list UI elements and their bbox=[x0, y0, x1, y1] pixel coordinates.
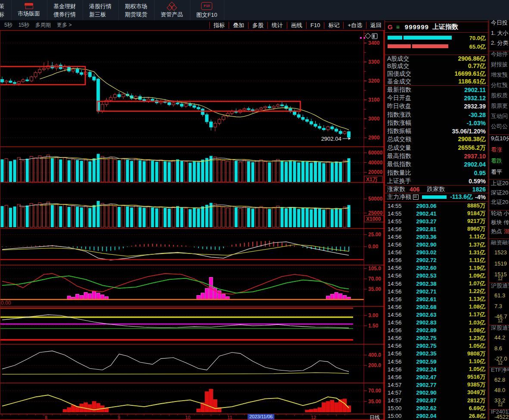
toolbar-menu-0[interactable]: 决策指标 bbox=[0, 0, 12, 20]
toolbar-menu-4[interactable]: 期权市场期货现货 bbox=[119, 0, 155, 20]
sidebar-item[interactable]: 上证20 bbox=[491, 179, 508, 187]
svg-text:200.0: 200.0 bbox=[368, 362, 381, 368]
sidebar-item[interactable]: 轮动 小 bbox=[491, 210, 509, 217]
toolbar-menu-label: 期权市场 bbox=[125, 2, 147, 10]
tick-row: 14:552903.279217万 bbox=[385, 217, 488, 225]
period-button-3[interactable]: 更多 > bbox=[57, 22, 71, 29]
sidebar-item[interactable]: 看跌 bbox=[491, 157, 502, 165]
sidebar-item[interactable]: 12 bbox=[498, 276, 503, 281]
sidebar-item[interactable]: 1519 bbox=[494, 260, 507, 267]
sidebar-item[interactable]: 61.3 bbox=[494, 292, 505, 299]
chart-action-6[interactable]: 标记 bbox=[324, 22, 343, 29]
sidebar-item[interactable]: 看涨 bbox=[491, 146, 502, 154]
chart-action-1[interactable]: 叠加 bbox=[229, 22, 248, 29]
toolbar-menu-label: 决策 bbox=[0, 2, 4, 10]
down-count: 1826 bbox=[472, 186, 486, 193]
sidebar-item[interactable]: 股票更 bbox=[491, 102, 508, 110]
tick-row: 14:552902.419184万 bbox=[385, 210, 488, 217]
sidebar-item[interactable]: 48.0 bbox=[494, 387, 505, 393]
sidebar-item[interactable]: 增发预 bbox=[491, 71, 508, 79]
toolbar-menu-3[interactable]: 港股行情新三板 bbox=[83, 0, 119, 20]
sidebar-item[interactable]: 1. 大小 bbox=[491, 29, 508, 37]
sidebar-item[interactable]: 9点10分 bbox=[491, 135, 509, 142]
chart-action-8[interactable]: 返回 bbox=[366, 22, 385, 29]
svg-text:50000: 50000 bbox=[368, 196, 383, 202]
sidebar-item[interactable]: 7.3 bbox=[494, 303, 502, 309]
sidebar-item[interactable]: 融资融券 bbox=[491, 239, 509, 247]
chart-action-4[interactable]: 画线 bbox=[287, 22, 306, 29]
sidebar-item[interactable]: 12 bbox=[498, 402, 503, 407]
toolbar-menu-label: 期货现货 bbox=[125, 10, 147, 19]
sidebar-item[interactable]: 12 bbox=[498, 318, 503, 323]
cubes-icon bbox=[167, 3, 177, 9]
flow-bar-value: 70.0亿 bbox=[469, 34, 486, 42]
stat-row: 指数涨跌-30.28 bbox=[385, 111, 488, 119]
sidebar-item[interactable]: 分红预 bbox=[491, 81, 508, 89]
period-button-0[interactable]: 5秒 bbox=[4, 22, 12, 29]
sidebar-item[interactable]: 44.2 bbox=[494, 334, 505, 341]
period-button-2[interactable]: 多周期 bbox=[35, 22, 51, 29]
period-button-1[interactable]: 15秒 bbox=[19, 22, 29, 29]
chart-action-3[interactable]: 统计 bbox=[267, 22, 287, 29]
svg-text:70.00: 70.00 bbox=[368, 388, 381, 394]
svg-text:3100: 3100 bbox=[368, 97, 380, 103]
sidebar-item[interactable]: 1523 bbox=[494, 249, 507, 256]
toolbar-menu-label: 指标 bbox=[0, 10, 4, 19]
sidebar-item[interactable]: 互动问 bbox=[491, 112, 508, 120]
tick-row: 14:562902.479516万 bbox=[385, 373, 488, 381]
tick-row: 14:562902.721.11亿 bbox=[385, 256, 488, 264]
sidebar-item[interactable]: 板块 传 bbox=[491, 219, 509, 226]
right-sidebar: 今日投1. 大小2. 分类今始停财报披增发预分红预股权质股票更互动问公司公9点1… bbox=[489, 20, 509, 420]
sidebar-item[interactable]: 今始停 bbox=[491, 50, 508, 58]
svg-text:40000: 40000 bbox=[368, 160, 383, 166]
tick-row: 14:562902.241.05亿 bbox=[385, 365, 488, 373]
svg-text:12: 12 bbox=[311, 415, 316, 420]
sidebar-item[interactable]: 看平 bbox=[491, 168, 502, 176]
sidebar-item[interactable]: 12 bbox=[498, 361, 503, 365]
main-chart[interactable]: 2900300031003200330034002902.04200004000… bbox=[0, 30, 385, 420]
sidebar-item[interactable]: 北证20 bbox=[491, 198, 508, 206]
xaxis-date-box[interactable]: 2023/11/06 bbox=[248, 414, 274, 420]
sidebar-item[interactable]: -4522 bbox=[494, 414, 509, 420]
up-count: 406 bbox=[410, 186, 419, 193]
period-label[interactable]: 日线 bbox=[369, 414, 380, 420]
toolbar-menu-5[interactable]: 资管产品 bbox=[155, 0, 190, 20]
stat-row: 总成交额2908.38亿 bbox=[385, 136, 488, 144]
svg-text:35.00: 35.00 bbox=[368, 398, 381, 405]
svg-text:X1万: X1万 bbox=[366, 176, 378, 182]
up-count-label: 涨家数 bbox=[387, 185, 405, 193]
stat-row: A股成交2906.86亿 bbox=[385, 55, 488, 63]
toolbar-menu-1[interactable]: 市场版面 bbox=[12, 0, 47, 20]
sidebar-item[interactable]: 热点 混 bbox=[491, 228, 509, 235]
chart-action-5[interactable]: F10 bbox=[306, 22, 324, 29]
stat-row: 上证换手0.59% bbox=[385, 177, 488, 185]
app-window: 决策指标市场版面基金理财债券行情港股行情新三板期权市场期货现货资管产品F10图文… bbox=[0, 0, 509, 420]
flow-bar-segment bbox=[388, 36, 402, 40]
sidebar-item[interactable]: 2. 分类 bbox=[491, 39, 508, 47]
tick-row: 14:562902.591.10亿 bbox=[385, 358, 488, 365]
sidebar-item[interactable]: 深证20 bbox=[491, 189, 508, 197]
svg-text:3.00: 3.00 bbox=[368, 312, 379, 318]
toolbar-menu-6[interactable]: F10图文F10 bbox=[190, 0, 224, 20]
menu-icon[interactable]: ≡ bbox=[396, 24, 400, 31]
chart-action-buttons: 指标叠加多股统计画线F10标记+自选返回 bbox=[209, 20, 385, 30]
sidebar-item[interactable]: 公司公 bbox=[491, 123, 508, 130]
tick-row: 14:562902.381.07亿 bbox=[385, 280, 488, 287]
sidebar-divider bbox=[489, 367, 509, 368]
tick-row: 14:562902.751.23亿 bbox=[385, 334, 488, 342]
sidebar-divider bbox=[489, 134, 509, 135]
chart-action-0[interactable]: 指标 bbox=[209, 22, 229, 29]
sidebar-item[interactable]: 8.6 bbox=[494, 345, 502, 352]
sidebar-item[interactable]: 62.8 bbox=[494, 377, 505, 383]
chart-action-7[interactable]: +自选 bbox=[343, 22, 366, 29]
sidebar-item[interactable]: 今日投 bbox=[491, 20, 508, 27]
sidebar-item[interactable]: 股权质 bbox=[491, 92, 508, 99]
stat-row: 最高指数2937.10 bbox=[385, 152, 488, 160]
chart-action-2[interactable]: 多股 bbox=[248, 22, 267, 29]
group-flag[interactable]: G bbox=[388, 23, 393, 31]
toolbar-menu-label: 债券行情 bbox=[53, 10, 76, 19]
sidebar-item[interactable]: 财报披 bbox=[491, 61, 508, 68]
detail-list-icon[interactable] bbox=[413, 195, 419, 200]
tick-row: 14:562902.611.13亿 bbox=[385, 295, 488, 303]
toolbar-menu-2[interactable]: 基金理财债券行情 bbox=[47, 0, 83, 20]
